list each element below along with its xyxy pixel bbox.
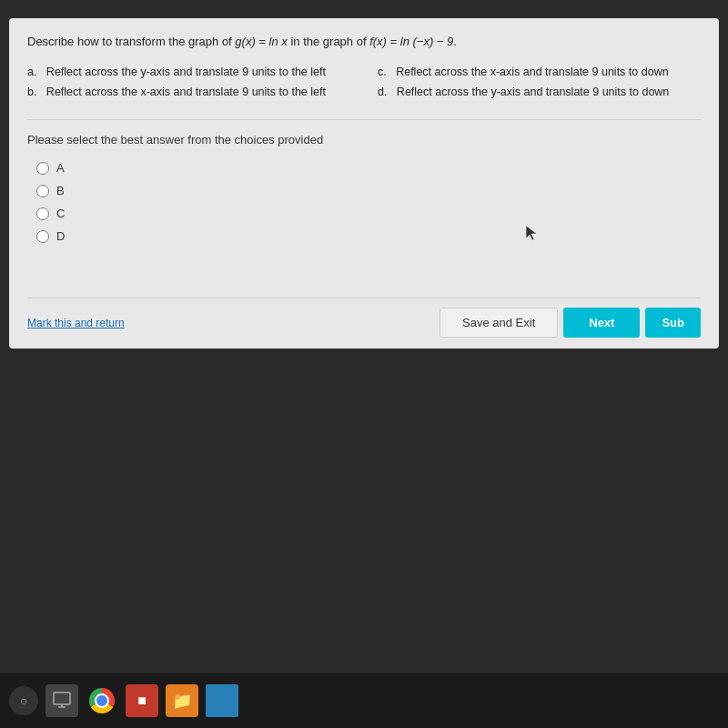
next-button[interactable]: Next	[563, 308, 640, 338]
submit-button[interactable]: Sub	[645, 308, 701, 338]
radio-label-b: B	[56, 184, 65, 197]
radio-label-a: A	[56, 161, 65, 175]
math-fx: f(x) = ln (−x) − 9	[369, 35, 453, 48]
radio-input-c[interactable]	[36, 207, 49, 220]
taskbar-chrome-icon[interactable]	[86, 684, 118, 717]
taskbar-folder-icon[interactable]: 📁	[166, 684, 198, 717]
bottom-bar: Mark this and return Save and Exit Next …	[27, 298, 701, 349]
choice-b: b. Reflect across the x-axis and transla…	[27, 84, 350, 101]
radio-option-d[interactable]: D	[36, 229, 701, 243]
choice-c: c. Reflect across the x-axis and transla…	[378, 64, 701, 81]
taskbar-monitor-icon[interactable]	[46, 684, 78, 717]
radio-option-b[interactable]: B	[36, 184, 701, 197]
quiz-panel: Describe how to transform the graph of g…	[9, 18, 719, 349]
divider	[27, 119, 701, 120]
save-exit-button[interactable]: Save and Exit	[440, 308, 558, 338]
taskbar-red-icon[interactable]: ■	[126, 684, 158, 717]
radio-label-d: D	[56, 229, 65, 243]
radio-label-c: C	[56, 207, 65, 220]
radio-input-b[interactable]	[36, 185, 49, 197]
taskbar: ○ ■ 📁	[0, 673, 728, 728]
choice-a: a. Reflect across the y-axis and transla…	[27, 64, 350, 81]
math-gx: g(x) = ln x	[235, 35, 287, 48]
taskbar-start-button[interactable]: ○	[9, 686, 38, 715]
radio-group: A B C D	[36, 161, 701, 243]
radio-option-c[interactable]: C	[36, 207, 701, 220]
instruction-text: Please select the best answer from the c…	[27, 133, 701, 147]
question-text: Describe how to transform the graph of g…	[27, 33, 701, 51]
radio-option-a[interactable]: A	[36, 161, 701, 175]
radio-input-a[interactable]	[36, 162, 49, 175]
choice-d: d. Reflect across the y-axis and transla…	[378, 84, 701, 101]
taskbar-windows-icon[interactable]	[206, 684, 238, 717]
svg-rect-1	[54, 693, 70, 704]
choices-grid: a. Reflect across the y-axis and transla…	[27, 64, 701, 102]
mark-this-link[interactable]: Mark this and return	[27, 317, 125, 329]
button-group: Save and Exit Next Sub	[440, 308, 701, 338]
radio-input-d[interactable]	[36, 230, 49, 243]
